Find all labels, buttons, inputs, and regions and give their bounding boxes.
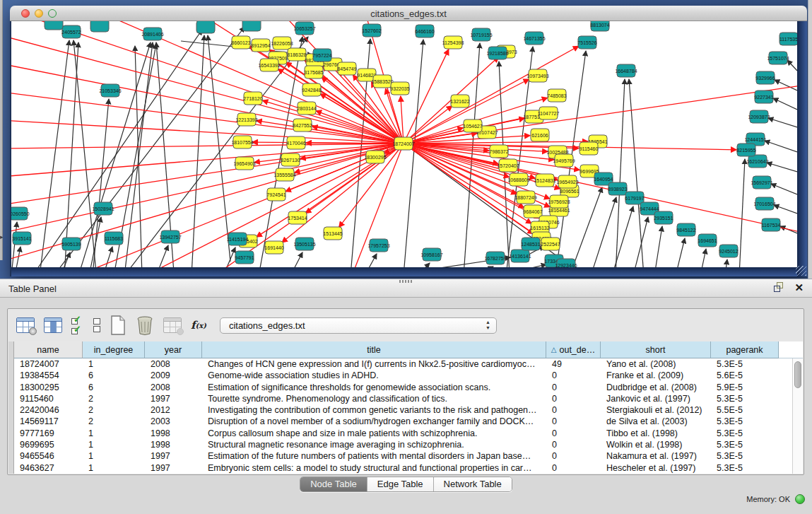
graph-node[interactable]: 621606: [531, 129, 549, 141]
cell-in_degree[interactable]: 2: [83, 404, 145, 416]
cell-title[interactable]: Structural magnetic resonance image aver…: [202, 439, 546, 450]
graph-node[interactable]: 8215955: [736, 144, 755, 156]
cell-short[interactable]: Dudbridge et al. (2008): [601, 382, 711, 393]
window-titlebar[interactable]: citations_edges.txt: [10, 6, 807, 21]
function-builder-icon[interactable]: f(x): [191, 314, 206, 337]
graph-node[interactable]: 18107554: [231, 136, 253, 148]
cell-pagerank[interactable]: 5.9E-5: [711, 382, 779, 393]
graph-node[interactable]: 15124831: [534, 174, 555, 187]
graph-node[interactable]: 13505135: [293, 238, 315, 250]
tab-edge-table[interactable]: Edge Table: [367, 477, 434, 491]
table-row[interactable]: 977716911998Corpus callosum shape and si…: [14, 428, 803, 439]
graph-node[interactable]: 3175685: [304, 66, 323, 78]
graph-node[interactable]: 16782759: [484, 252, 506, 264]
graph-node[interactable]: 21053346: [99, 84, 121, 97]
tab-network-table[interactable]: Network Table: [434, 477, 512, 491]
cell-pagerank[interactable]: 5.3E-5: [711, 450, 779, 462]
cell-name[interactable]: 18300295: [14, 382, 83, 393]
cell-title[interactable]: Genome-wide association studies in ADHD.: [202, 370, 546, 381]
cell-name[interactable]: 22420046: [14, 404, 83, 416]
cell-short[interactable]: de Silva et al. (2003): [601, 416, 711, 427]
graph-node[interactable]: 8912954: [251, 39, 270, 52]
cell-title[interactable]: Disruption of a novel member of a sodium…: [202, 416, 546, 427]
graph-node[interactable]: 19218586: [486, 47, 508, 59]
table-row[interactable]: 1830029562008Estimation of significance …: [14, 382, 803, 393]
cell-out_de[interactable]: 0: [546, 428, 601, 439]
graph-node[interactable]: 12923446: [555, 259, 577, 267]
graph-node[interactable]: 13555584: [273, 168, 295, 181]
cell-short[interactable]: Franke et al. (2009): [601, 370, 711, 381]
graph-node[interactable]: 6466160: [415, 25, 434, 37]
graph-node[interactable]: 11415194: [227, 233, 249, 245]
cell-short[interactable]: Wolkin et al. (1998): [601, 439, 711, 450]
graph-node[interactable]: 16210643: [746, 155, 768, 168]
cell-out_de[interactable]: 0: [546, 462, 601, 474]
table-row[interactable]: 946554611997Estimation of the future num…: [14, 450, 803, 462]
graph-node[interactable]: 2405572: [61, 25, 81, 38]
graph-node[interactable]: 18724007: [392, 137, 414, 150]
cell-short[interactable]: Nakamura et al. (1997): [601, 450, 711, 462]
graph-node[interactable]: 12213393: [235, 113, 257, 126]
cell-name[interactable]: 14569117: [14, 416, 83, 427]
graph-node[interactable]: 1321622: [450, 95, 469, 107]
tab-node-table[interactable]: Node Table: [300, 477, 367, 491]
graph-node[interactable]: 9115460: [579, 142, 599, 155]
cell-pagerank[interactable]: 5.5E-5: [711, 404, 779, 416]
delete-icon[interactable]: [136, 314, 154, 337]
cell-short[interactable]: Tibbo et al. (1998): [601, 428, 711, 439]
graph-node[interactable]: 1167534: [762, 218, 781, 231]
graph-node[interactable]: 19654903: [233, 157, 255, 170]
graph-node[interactable]: 11254398: [442, 36, 464, 49]
column-header-pagerank[interactable]: pagerank: [711, 341, 779, 358]
cell-name[interactable]: 9777169: [14, 428, 83, 439]
graph-node[interactable]: 1691440: [264, 241, 283, 254]
float-window-icon[interactable]: [774, 282, 784, 293]
cell-in_degree[interactable]: 2: [83, 416, 145, 427]
column-header-year[interactable]: year: [145, 341, 202, 358]
vertical-scrollbar[interactable]: [792, 358, 803, 474]
graph-node[interactable]: 7957224: [312, 49, 331, 62]
cell-name[interactable]: 18724007: [14, 358, 83, 370]
graph-node[interactable]: 8938923: [608, 182, 627, 195]
column-header-short[interactable]: short: [601, 341, 711, 358]
graph-node[interactable]: 15028941: [92, 202, 114, 215]
graph-node[interactable]: 7986372: [489, 145, 508, 158]
graph-node[interactable]: 11047727: [538, 107, 560, 119]
cell-short[interactable]: Jankovic et al. (1997): [601, 393, 711, 404]
graph-node[interactable]: 10958167: [420, 248, 442, 261]
cell-in_degree[interactable]: 1: [83, 462, 145, 474]
cell-year[interactable]: 1997: [145, 393, 202, 404]
graph-node[interactable]: 16543392: [258, 59, 280, 71]
cell-out_de[interactable]: 0: [546, 416, 601, 427]
graph-node[interactable]: 8186328: [287, 48, 306, 61]
graph-node[interactable]: 15720407: [497, 159, 519, 172]
graph-node[interactable]: 9684067: [523, 205, 542, 218]
graph-node[interactable]: [196, 21, 215, 33]
graph-node[interactable]: 1115683: [105, 232, 123, 245]
column-header-out_de[interactable]: △out_de…: [546, 341, 601, 358]
table-selector-dropdown[interactable]: citations_edges.txt ▲▼: [220, 317, 497, 334]
memory-status-indicator[interactable]: [795, 494, 805, 504]
cell-year[interactable]: 2003: [145, 416, 202, 427]
graph-canvas[interactable]: 1872400786601238912954182260589827509818…: [11, 21, 797, 267]
graph-node[interactable]: 18807249: [514, 191, 536, 204]
cell-pagerank[interactable]: 5.3E-5: [711, 439, 779, 450]
cell-out_de[interactable]: 0: [546, 404, 601, 416]
graph-node[interactable]: 1117535: [779, 33, 797, 45]
graph-node[interactable]: 9322035: [390, 82, 409, 95]
graph-node[interactable]: 5905139: [61, 238, 81, 250]
graph-node[interactable]: 10688609: [507, 173, 529, 186]
cell-out_de[interactable]: 0: [546, 393, 601, 404]
graph-node[interactable]: 10719155: [470, 28, 492, 41]
graph-node[interactable]: 10973493: [526, 69, 548, 82]
graph-node[interactable]: 19756928: [548, 195, 570, 208]
graph-node[interactable]: 17957253: [367, 239, 389, 252]
column-header-name[interactable]: name: [14, 341, 83, 358]
cell-year[interactable]: 2008: [145, 358, 202, 370]
graph-node[interactable]: 2935151: [654, 211, 673, 224]
cell-in_degree[interactable]: 2: [83, 393, 145, 404]
graph-node[interactable]: [90, 21, 109, 32]
cell-title[interactable]: Corpus callosum shape and size in male p…: [202, 428, 546, 439]
graph-node[interactable]: 10653257: [293, 22, 315, 35]
graph-node[interactable]: 9457791: [235, 251, 254, 264]
